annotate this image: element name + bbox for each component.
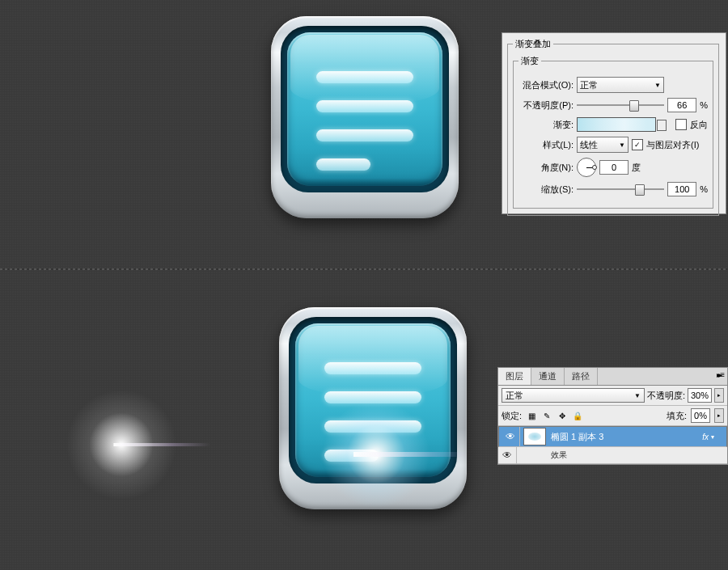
- icon-line: [316, 158, 370, 171]
- gradient-swatch[interactable]: [577, 117, 656, 132]
- layer-name[interactable]: 椭圆 1 副本 3: [549, 431, 702, 443]
- gradient-overlay-panel: 渐变叠加 渐变 混合模式(O): 正常 ▼ 不透明度(P): 66 % 渐变:: [502, 32, 726, 214]
- layer-blend-value: 正常: [506, 390, 523, 402]
- fill-input[interactable]: 0%: [691, 408, 710, 423]
- layers-panel: 图层 通道 路径 ▸▸ ≡ 正常 ▼ 不透明度: 30% ▸ 锁定: ▦ ✎ ✥…: [497, 367, 728, 465]
- app-icon-bottom: [279, 307, 467, 509]
- section-divider: [0, 268, 728, 270]
- layer-row-selected[interactable]: 👁 椭圆 1 副本 3 fx ▾: [498, 426, 727, 447]
- dropdown-arrow-icon: ▼: [634, 392, 641, 399]
- reverse-checkbox[interactable]: [675, 119, 687, 130]
- layer-thumbnail[interactable]: [523, 428, 546, 445]
- blend-mode-label: 混合模式(O):: [518, 79, 574, 91]
- layer-effects-row[interactable]: 👁 效果: [498, 447, 727, 464]
- layer-list: 👁 椭圆 1 副本 3 fx ▾ 👁 效果: [498, 426, 727, 464]
- layer-opacity-label: 不透明度:: [647, 390, 685, 402]
- panel-tabs: 图层 通道 路径 ▸▸ ≡: [498, 368, 727, 386]
- visibility-toggle-icon[interactable]: 👁: [502, 427, 520, 446]
- layer-opacity-input[interactable]: 30%: [688, 388, 712, 403]
- icon-line: [324, 450, 379, 462]
- align-checkbox[interactable]: ✓: [632, 139, 643, 150]
- style-select[interactable]: 线性 ▼: [577, 137, 629, 153]
- icon-lines: [316, 71, 413, 188]
- lock-position-icon[interactable]: ✥: [557, 410, 568, 421]
- icon-lines: [324, 362, 421, 479]
- layer-opacity-value: 30%: [691, 391, 709, 400]
- icon-screen: [287, 32, 442, 186]
- visibility-toggle-icon[interactable]: 👁: [498, 447, 517, 463]
- icon-line: [316, 129, 413, 141]
- icon-line: [324, 391, 421, 403]
- angle-unit: 度: [632, 162, 641, 174]
- fx-collapse-icon[interactable]: ▾: [711, 433, 721, 441]
- gradient-subgroup: 渐变 混合模式(O): 正常 ▼ 不透明度(P): 66 % 渐变: 反向: [513, 55, 713, 209]
- fill-flyout-icon[interactable]: ▸: [714, 408, 724, 423]
- blend-mode-select[interactable]: 正常 ▼: [577, 77, 664, 93]
- blend-mode-row: 混合模式(O): 正常 ▼: [518, 77, 708, 93]
- lock-label: 锁定:: [502, 410, 522, 422]
- slider-thumb[interactable]: [635, 184, 645, 196]
- opacity-slider[interactable]: [577, 99, 664, 111]
- tab-channels[interactable]: 通道: [531, 368, 565, 385]
- icon-line: [316, 71, 413, 83]
- style-value: 线性: [580, 139, 598, 151]
- fx-badge[interactable]: fx: [702, 433, 709, 441]
- angle-dial[interactable]: [577, 158, 596, 177]
- opacity-input[interactable]: 66: [667, 98, 696, 112]
- lock-all-icon[interactable]: 🔒: [572, 410, 583, 421]
- check-icon: ✓: [634, 141, 641, 149]
- subgroup-title: 渐变: [518, 55, 541, 67]
- icon-line: [324, 362, 421, 374]
- panel-menu-icon[interactable]: ▸▸ ≡: [712, 368, 727, 385]
- gradient-row: 渐变: 反向: [518, 117, 708, 132]
- ellipse-icon: [528, 433, 541, 441]
- gradient-group: 渐变叠加 渐变 混合模式(O): 正常 ▼ 不透明度(P): 66 % 渐变:: [507, 38, 719, 216]
- group-title: 渐变叠加: [513, 38, 553, 50]
- lock-transparency-icon[interactable]: ▦: [526, 410, 537, 421]
- angle-row: 角度(N): 0 度: [518, 158, 708, 177]
- style-label: 样式(L):: [518, 139, 574, 151]
- fill-value: 0%: [694, 411, 707, 420]
- effects-label: 效果: [517, 450, 727, 461]
- scale-slider[interactable]: [577, 184, 664, 195]
- scale-input[interactable]: 100: [667, 182, 696, 196]
- fill-label: 填充:: [667, 410, 687, 422]
- icon-line: [316, 100, 413, 112]
- gradient-label: 渐变:: [518, 119, 574, 131]
- lock-fill-row: 锁定: ▦ ✎ ✥ 🔒 填充: 0% ▸: [498, 406, 727, 426]
- dropdown-arrow-icon: ▼: [619, 141, 625, 149]
- angle-label: 角度(N):: [518, 162, 574, 174]
- align-label: 与图层对齐(I): [646, 139, 699, 151]
- icon-line: [324, 420, 421, 433]
- opacity-unit: %: [700, 100, 708, 110]
- opacity-flyout-icon[interactable]: ▸: [714, 388, 724, 403]
- lens-flare-standalone: [57, 380, 186, 509]
- scale-label: 缩放(S):: [518, 184, 574, 196]
- blend-mode-value: 正常: [580, 79, 598, 91]
- blend-opacity-row: 正常 ▼ 不透明度: 30% ▸: [498, 386, 727, 406]
- lock-pixels-icon[interactable]: ✎: [541, 410, 552, 421]
- reverse-label: 反向: [690, 119, 708, 131]
- opacity-label: 不透明度(P):: [518, 99, 574, 112]
- tab-layers[interactable]: 图层: [498, 368, 531, 385]
- layer-blend-select[interactable]: 正常 ▼: [502, 388, 645, 403]
- app-icon-top: [271, 16, 459, 218]
- scale-unit: %: [700, 184, 708, 194]
- opacity-row: 不透明度(P): 66 %: [518, 98, 708, 112]
- scale-row: 缩放(S): 100 %: [518, 182, 708, 196]
- tab-paths[interactable]: 路径: [565, 368, 598, 385]
- style-row: 样式(L): 线性 ▼ ✓ 与图层对齐(I): [518, 137, 708, 153]
- icon-screen: [295, 323, 451, 477]
- spacer: [598, 368, 712, 385]
- angle-input[interactable]: 0: [599, 160, 629, 175]
- dropdown-arrow-icon: ▼: [654, 82, 661, 89]
- slider-thumb[interactable]: [629, 100, 639, 112]
